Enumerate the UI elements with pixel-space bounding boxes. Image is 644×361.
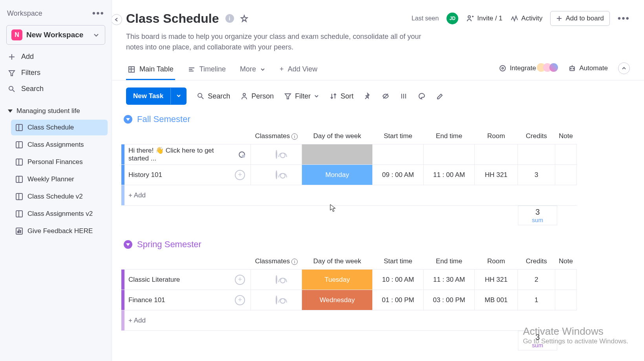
tree-root[interactable]: Managing student life <box>0 104 112 118</box>
tab-main-table[interactable]: Main Table <box>126 60 175 80</box>
add-update-icon[interactable]: + <box>235 295 245 305</box>
day-cell[interactable]: Wednesday <box>302 290 372 310</box>
sidebar-item-0[interactable]: Class Schedule <box>11 120 108 135</box>
col-room[interactable]: Room <box>475 128 518 144</box>
avatar[interactable]: JD <box>446 13 458 24</box>
toolbar-search[interactable]: Search <box>197 92 230 100</box>
table-row[interactable]: Classic Literature+Tuesday10 : 00 AM11 :… <box>121 270 577 290</box>
sidebar-item-6[interactable]: Give Feedback HERE <box>11 223 108 239</box>
color-icon[interactable] <box>418 92 426 100</box>
cell-room[interactable]: MB 001 <box>475 290 518 310</box>
add-to-board-button[interactable]: Add to board <box>550 11 609 26</box>
day-cell[interactable]: Tuesday <box>302 270 372 290</box>
add-update-icon[interactable]: + <box>235 170 245 180</box>
sidebar-item-5[interactable]: Class Assignments v2 <box>11 206 108 222</box>
toolbar-filter[interactable]: Filter <box>284 92 319 100</box>
col-credits[interactable]: Credits <box>518 128 555 144</box>
col-classmates[interactable]: Classmatesi <box>251 253 302 270</box>
pin-icon[interactable] <box>364 92 371 100</box>
col-credits[interactable]: Credits <box>518 253 555 270</box>
person-empty-icon[interactable] <box>276 295 277 304</box>
toolbar-sort[interactable]: Sort <box>329 92 353 100</box>
invite-button[interactable]: Invite / 1 <box>466 15 502 22</box>
star-icon[interactable] <box>240 15 248 22</box>
person-empty-icon[interactable] <box>276 170 277 179</box>
height-icon[interactable] <box>400 92 408 100</box>
col-day[interactable]: Day of the week <box>302 253 373 270</box>
cell-end[interactable]: 11 : 00 AM <box>424 165 475 185</box>
svg-marker-26 <box>285 94 291 99</box>
info-icon[interactable]: i <box>225 14 234 23</box>
person-plus-icon <box>466 15 474 22</box>
cell-credits[interactable]: 3 <box>518 165 555 185</box>
sidebar-add[interactable]: Add <box>0 49 112 65</box>
person-empty-icon[interactable] <box>276 275 277 284</box>
edit-icon[interactable] <box>436 92 444 100</box>
tab-add-view[interactable]: + Add View <box>278 60 319 80</box>
workspace-menu-icon[interactable]: ••• <box>92 8 104 19</box>
cell-notes[interactable] <box>555 144 576 165</box>
group-collapse-toggle[interactable] <box>124 240 132 249</box>
person-icon <box>240 92 248 100</box>
cell-notes[interactable] <box>555 290 576 310</box>
sidebar-filters[interactable]: Filters <box>0 65 112 81</box>
col-start[interactable]: Start time <box>373 128 424 144</box>
cell-notes[interactable] <box>555 165 576 185</box>
group-collapse-toggle[interactable] <box>124 115 132 124</box>
tab-more[interactable]: More <box>238 60 267 80</box>
new-task-button[interactable]: New Task <box>126 88 187 105</box>
cell-credits[interactable]: 1 <box>518 290 555 310</box>
board-menu-icon[interactable]: ••• <box>618 13 630 24</box>
cell-end[interactable]: 03 : 00 PM <box>424 290 475 310</box>
person-empty-icon[interactable] <box>276 150 277 159</box>
col-classmates[interactable]: Classmatesi <box>251 128 302 144</box>
col-end[interactable]: End time <box>424 128 475 144</box>
cell-room[interactable] <box>475 144 518 165</box>
collapse-header-button[interactable] <box>618 62 630 74</box>
cell-credits[interactable] <box>518 144 555 165</box>
cell-notes[interactable] <box>555 270 576 290</box>
col-room[interactable]: Room <box>475 253 518 270</box>
col-day[interactable]: Day of the week <box>302 128 373 144</box>
col-notes[interactable]: Note <box>555 128 576 144</box>
table-row[interactable]: History 101+Monday09 : 00 AM11 : 00 AMHH… <box>121 165 577 185</box>
cell-room[interactable]: HH 321 <box>475 165 518 185</box>
col-notes[interactable]: Note <box>555 253 576 270</box>
chat-icon[interactable] <box>238 151 245 159</box>
invite-label: Invite / 1 <box>477 15 502 22</box>
sidebar-item-4[interactable]: Class Schedule v2 <box>11 189 108 204</box>
sidebar: Workspace ••• N New Workspace Add Filter… <box>0 0 112 361</box>
day-cell[interactable] <box>302 144 372 164</box>
sidebar-item-1[interactable]: Class Assignments <box>11 137 108 153</box>
col-start[interactable]: Start time <box>373 253 424 270</box>
table-row[interactable]: Hi there! 👋 Click here to get started ..… <box>121 144 577 165</box>
activity-button[interactable]: Activity <box>510 15 543 22</box>
add-update-icon[interactable]: + <box>235 275 245 285</box>
cell-end[interactable] <box>424 144 475 165</box>
sidebar-item-3[interactable]: Weekly Planner <box>11 171 108 187</box>
integrate-button[interactable]: Integrate <box>499 63 558 74</box>
cell-end[interactable]: 11 : 30 AM <box>424 270 475 290</box>
sidebar-item-2[interactable]: Personal Finances <box>11 154 108 170</box>
sidebar-search[interactable]: Search <box>0 81 112 97</box>
add-row[interactable]: + Add <box>121 185 577 206</box>
cell-start[interactable]: 09 : 00 AM <box>373 165 424 185</box>
group-title[interactable]: Fall Semester <box>137 114 190 124</box>
col-end[interactable]: End time <box>424 253 475 270</box>
cell-start[interactable]: 10 : 00 AM <box>373 270 424 290</box>
day-cell[interactable]: Monday <box>302 165 372 185</box>
tab-timeline[interactable]: Timeline <box>186 60 227 80</box>
cell-credits[interactable]: 2 <box>518 270 555 290</box>
workspace-selector[interactable]: N New Workspace <box>6 25 105 45</box>
automate-button[interactable]: Automate <box>568 64 608 72</box>
table-row[interactable]: Finance 101+Wednesday01 : 00 PM03 : 00 P… <box>121 290 577 310</box>
cell-start[interactable]: 01 : 00 PM <box>373 290 424 310</box>
add-row[interactable]: + Add <box>121 310 577 331</box>
cell-room[interactable]: HH 321 <box>475 270 518 290</box>
group-title[interactable]: Spring Semester <box>137 239 201 250</box>
robot-icon <box>568 64 576 72</box>
toolbar-person[interactable]: Person <box>240 92 274 100</box>
hide-icon[interactable] <box>382 92 390 100</box>
cell-start[interactable] <box>373 144 424 165</box>
new-task-dropdown[interactable] <box>170 88 187 104</box>
